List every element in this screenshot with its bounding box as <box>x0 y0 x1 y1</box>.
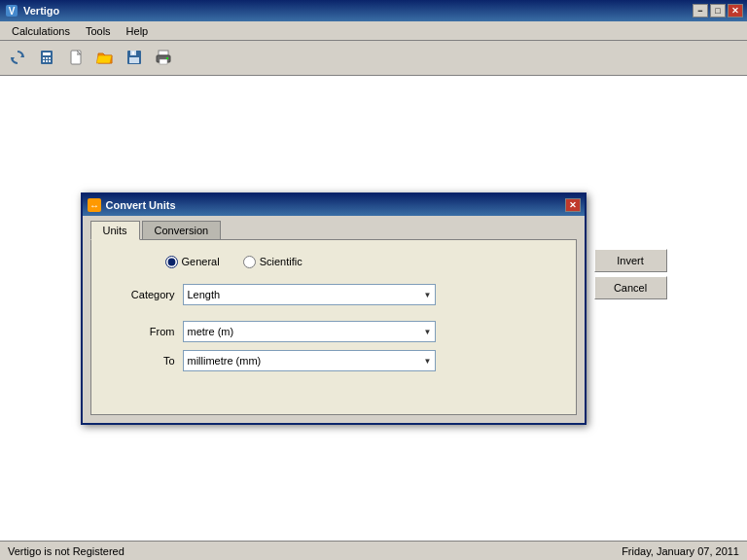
to-select[interactable]: millimetre (mm) metre (m) kilometre (km)… <box>183 350 436 371</box>
svg-text:V: V <box>9 6 16 17</box>
category-select[interactable]: Length Area Volume Mass Temperature Pres… <box>183 284 436 305</box>
unit-type-radio-group: General Scientific <box>165 256 560 268</box>
svg-rect-9 <box>43 60 45 62</box>
convert-units-dialog: ↔ Convert Units ✕ Units Conversion Gener… <box>81 192 587 425</box>
to-label: To <box>107 355 175 367</box>
from-select-wrapper: metre (m) kilometre (km) centimetre (cm)… <box>183 321 436 342</box>
radio-scientific-text: Scientific <box>260 256 302 267</box>
refresh-button[interactable] <box>4 45 31 72</box>
print-button[interactable] <box>150 45 177 72</box>
svg-rect-16 <box>129 57 139 63</box>
toolbar <box>0 41 747 76</box>
svg-text:↔: ↔ <box>89 200 99 211</box>
radio-scientific-label[interactable]: Scientific <box>243 256 302 268</box>
save-button[interactable] <box>121 45 148 72</box>
status-right: Friday, January 07, 2011 <box>622 545 739 557</box>
invert-button[interactable]: Invert <box>594 249 667 272</box>
app-icon: V <box>4 3 19 18</box>
to-select-wrapper: millimetre (mm) metre (m) kilometre (km)… <box>183 350 436 371</box>
open-folder-icon <box>96 49 114 68</box>
svg-point-20 <box>166 57 168 59</box>
from-row: From metre (m) kilometre (km) centimetre… <box>107 321 560 342</box>
dialog-side-buttons: Invert Cancel <box>594 192 667 299</box>
app-title-bar: V Vertigo − □ ✕ <box>0 0 747 21</box>
radio-general-text: General <box>182 256 220 267</box>
svg-rect-17 <box>159 51 168 55</box>
new-document-icon <box>67 49 85 68</box>
app-title-text: Vertigo <box>23 5 693 17</box>
svg-rect-15 <box>132 52 134 54</box>
svg-rect-19 <box>160 59 167 64</box>
tab-conversion[interactable]: Conversion <box>142 221 222 240</box>
menu-bar: Calculations Tools Help <box>0 21 747 41</box>
save-icon <box>125 49 143 68</box>
dialog-icon: ↔ <box>87 197 102 213</box>
window-controls: − □ ✕ <box>693 4 743 18</box>
status-bar: Vertigo is not Registered Friday, Januar… <box>0 541 747 560</box>
dialog-close-button[interactable]: ✕ <box>565 198 581 212</box>
refresh-icon <box>9 49 26 68</box>
print-icon <box>155 49 172 68</box>
app-close-button[interactable]: ✕ <box>728 4 743 18</box>
svg-rect-11 <box>49 60 51 62</box>
svg-rect-7 <box>46 57 48 59</box>
svg-rect-6 <box>43 57 45 59</box>
open-button[interactable] <box>91 45 119 72</box>
from-select[interactable]: metre (m) kilometre (km) centimetre (cm)… <box>183 321 436 342</box>
svg-rect-5 <box>43 52 51 55</box>
menu-help[interactable]: Help <box>119 23 157 39</box>
radio-scientific[interactable] <box>243 256 256 268</box>
to-row: To millimetre (mm) metre (m) kilometre (… <box>107 350 560 371</box>
dialog-title-bar: ↔ Convert Units ✕ <box>83 194 585 216</box>
radio-general[interactable] <box>165 256 178 268</box>
tab-units[interactable]: Units <box>90 221 140 240</box>
cancel-button[interactable]: Cancel <box>594 276 667 299</box>
calculator-icon <box>38 49 55 68</box>
category-row: Category Length Area Volume Mass Tempera… <box>107 284 560 305</box>
from-label: From <box>107 326 175 337</box>
restore-button[interactable]: □ <box>710 4 726 18</box>
menu-calculations[interactable]: Calculations <box>4 23 78 39</box>
svg-rect-10 <box>46 60 48 62</box>
category-select-wrapper: Length Area Volume Mass Temperature Pres… <box>183 284 436 305</box>
dialog-title-text: Convert Units <box>106 199 565 211</box>
dialog-bottom-margin <box>83 415 585 423</box>
radio-general-label[interactable]: General <box>165 256 220 268</box>
dialog-overlay: ↔ Convert Units ✕ Units Conversion Gener… <box>0 76 747 541</box>
tab-strip: Units Conversion <box>83 216 585 239</box>
calculator-button[interactable] <box>33 45 60 72</box>
new-button[interactable] <box>62 45 89 72</box>
minimize-button[interactable]: − <box>693 4 708 18</box>
svg-rect-8 <box>49 57 51 59</box>
menu-tools[interactable]: Tools <box>78 23 119 39</box>
tab-units-content: General Scientific Category Length Area <box>90 239 577 415</box>
category-label: Category <box>107 289 175 300</box>
status-left: Vertigo is not Registered <box>8 545 124 557</box>
